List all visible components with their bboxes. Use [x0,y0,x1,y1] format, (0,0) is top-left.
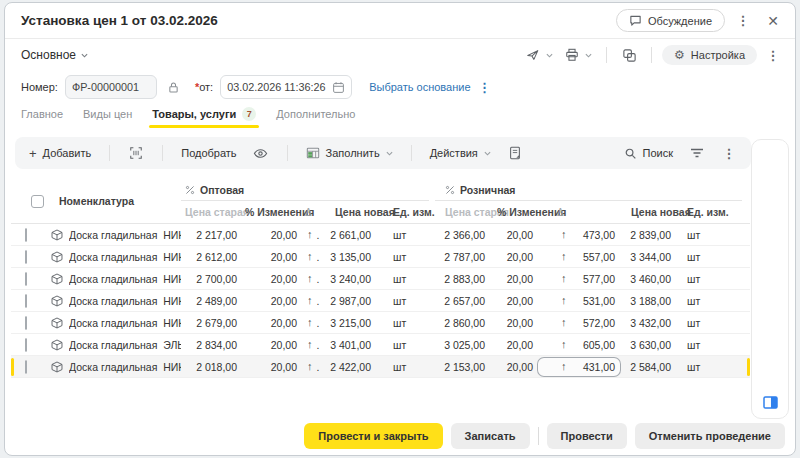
close-icon[interactable]: ✕ [761,9,785,33]
cell-wholesale-delta[interactable]: ↑. [301,229,327,241]
cell-wholesale-pct[interactable]: 20,00 [241,339,301,351]
cell-wholesale-old-price[interactable]: 2 018,00 [181,361,241,373]
cell-retail-delta[interactable]: ↑531,00 [537,291,621,311]
cell-wholesale-unit[interactable]: шт [377,339,435,351]
select-basis-link[interactable]: Выбрать основание [369,81,470,93]
cell-wholesale-delta[interactable]: ↑. [301,273,327,285]
row-checkbox[interactable] [25,360,27,374]
cell-retail-new-price[interactable]: 3 432,00 [621,317,675,329]
basis-more-button[interactable]: ⋮ [478,75,492,99]
cell-retail-pct[interactable]: 20,00 [489,229,537,241]
number-input[interactable] [72,81,150,93]
cell-retail-pct[interactable]: 20,00 [489,317,537,329]
cell-wholesale-pct[interactable]: 20,00 [241,273,301,285]
cell-retail-unit[interactable]: шт [675,251,750,263]
cell-retail-old-price[interactable]: 2 657,00 [435,295,489,307]
cell-retail-new-price[interactable]: 3 188,00 [621,295,675,307]
panel-toggle-icon[interactable] [763,396,778,409]
row-checkbox[interactable] [25,272,27,286]
discussion-button[interactable]: Обсуждение [616,9,725,32]
cell-retail-pct[interactable]: 20,00 [489,273,537,285]
cell-retail-old-price[interactable]: 2 153,00 [435,361,489,373]
cell-retail-delta[interactable]: ↑572,00 [537,313,621,333]
search-button[interactable]: Поиск [620,143,677,164]
cell-retail-new-price[interactable]: 2 584,00 [621,361,675,373]
cell-retail-new-price[interactable]: 3 344,00 [621,251,675,263]
undo-post-button[interactable]: Отменить проведение [635,423,785,449]
cell-wholesale-unit[interactable]: шт [377,361,435,373]
cell-wholesale-new-price[interactable]: 2 422,00 [327,361,377,373]
filter-icon[interactable] [685,141,709,165]
send-button[interactable] [522,44,557,66]
cell-wholesale-new-price[interactable]: 3 215,00 [327,317,377,329]
tab-дополнительно[interactable]: Дополнительно [276,103,355,125]
table-row[interactable]: Доска гладильная НИКА 10+...2 217,0020,0… [11,224,750,246]
cell-wholesale-old-price[interactable]: 2 489,00 [181,295,241,307]
cell-retail-delta[interactable]: ↑557,00 [537,247,621,267]
cell-retail-pct[interactable]: 20,00 [489,251,537,263]
cell-retail-delta-current[interactable]: ↑431,00 [537,357,621,377]
cell-wholesale-new-price[interactable]: 3 240,00 [327,273,377,285]
related-documents-icon[interactable] [617,43,641,67]
cell-wholesale-delta[interactable]: ↑. [301,317,327,329]
cell-wholesale-pct[interactable]: 20,00 [241,361,301,373]
tab-виды-цен[interactable]: Виды цен [83,103,132,125]
cell-retail-unit[interactable]: шт [675,273,750,285]
pick-button[interactable]: Подобрать [177,143,240,163]
cell-wholesale-old-price[interactable]: 2 217,00 [181,229,241,241]
cell-retail-pct[interactable]: 20,00 [489,339,537,351]
table-row[interactable]: Доска гладильная НИКА 12 (...2 700,0020,… [11,268,750,290]
eye-icon[interactable] [249,141,273,165]
select-all-checkbox[interactable] [31,195,44,208]
cell-wholesale-new-price[interactable]: 2 987,00 [327,295,377,307]
cell-wholesale-pct[interactable]: 20,00 [241,251,301,263]
cell-wholesale-pct[interactable]: 20,00 [241,317,301,329]
cell-wholesale-old-price[interactable]: 2 612,00 [181,251,241,263]
row-checkbox[interactable] [25,294,27,308]
tab-главное[interactable]: Главное [21,103,63,125]
cell-retail-new-price[interactable]: 3 460,00 [621,273,675,285]
add-button[interactable]: + Добавить [25,143,95,164]
table-more-button[interactable]: ⋮ [717,141,741,165]
cell-wholesale-unit[interactable]: шт [377,251,435,263]
cell-wholesale-old-price[interactable]: 2 834,00 [181,339,241,351]
cell-wholesale-unit[interactable]: шт [377,295,435,307]
main-menu-button[interactable]: Основное [21,48,88,62]
cell-retail-delta[interactable]: ↑473,00 [537,225,621,245]
table-row[interactable]: Доска гладильная НИКА 9 (...2 489,0020,0… [11,290,750,312]
form-more-button[interactable]: ⋮ [761,43,785,67]
cell-wholesale-pct[interactable]: 20,00 [241,229,301,241]
row-checkbox[interactable] [25,250,27,264]
row-checkbox[interactable] [25,316,27,330]
cell-wholesale-unit[interactable]: шт [377,317,435,329]
cell-wholesale-delta[interactable]: ↑. [301,251,327,263]
cell-retail-old-price[interactable]: 2 366,00 [435,229,489,241]
save-button[interactable]: Записать [451,423,530,449]
table-row[interactable]: Доска гладильная НИКА 10 (...2 018,0020,… [11,356,750,378]
cell-wholesale-new-price[interactable]: 3 401,00 [327,339,377,351]
edit-selected-icon[interactable] [503,141,527,165]
table-row[interactable]: Доска гладильная НИКА ГРА...2 679,0020,0… [11,312,750,334]
cell-wholesale-old-price[interactable]: 2 679,00 [181,317,241,329]
actions-button[interactable]: Действия [426,143,495,163]
date-field[interactable] [220,75,352,99]
cell-retail-delta[interactable]: ↑605,00 [537,335,621,355]
calendar-icon[interactable] [332,81,345,94]
cell-retail-unit[interactable]: шт [675,229,750,241]
cell-retail-old-price[interactable]: 2 883,00 [435,273,489,285]
tab-товары-услуги[interactable]: Товары, услуги7 [152,103,256,125]
barcode-scan-icon[interactable] [124,141,148,165]
cell-retail-unit[interactable]: шт [675,339,750,351]
row-checkbox[interactable] [25,228,27,242]
cell-wholesale-new-price[interactable]: 2 661,00 [327,229,377,241]
cell-wholesale-pct[interactable]: 20,00 [241,295,301,307]
cell-wholesale-delta[interactable]: ↑. [301,339,327,351]
table-row[interactable]: Доска гладильная ЭЛЬЗА ДЕ...2 834,0020,0… [11,334,750,356]
cell-retail-old-price[interactable]: 3 025,00 [435,339,489,351]
settings-button[interactable]: ⚙ Настройка [662,45,757,65]
cell-retail-old-price[interactable]: 2 860,00 [435,317,489,329]
post-button[interactable]: Провести [547,423,627,449]
cell-retail-pct[interactable]: 20,00 [489,295,537,307]
cell-wholesale-delta[interactable]: ↑. [301,361,327,373]
cell-retail-unit[interactable]: шт [675,361,750,373]
